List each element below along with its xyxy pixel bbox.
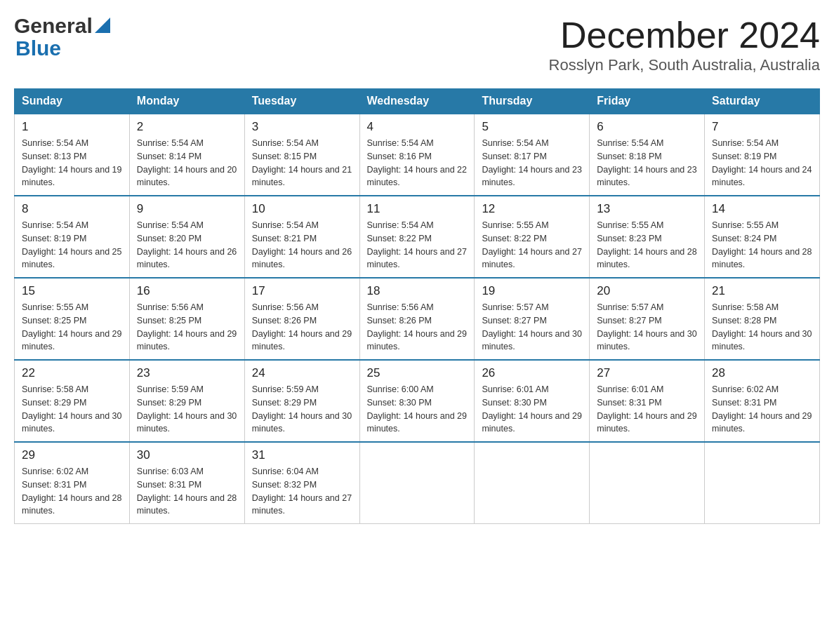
day-cell-18: 18Sunrise: 5:56 AMSunset: 8:26 PMDayligh… xyxy=(359,278,475,360)
logo-general-text: General xyxy=(14,14,93,38)
logo: General Blue xyxy=(14,14,110,60)
day-info: Sunrise: 5:54 AMSunset: 8:17 PMDaylight:… xyxy=(482,137,582,189)
day-info: Sunrise: 5:54 AMSunset: 8:18 PMDaylight:… xyxy=(597,137,697,189)
day-number: 25 xyxy=(367,366,468,380)
day-info: Sunrise: 5:54 AMSunset: 8:19 PMDaylight:… xyxy=(22,219,122,271)
day-number: 3 xyxy=(252,120,352,134)
day-cell-23: 23Sunrise: 5:59 AMSunset: 8:29 PMDayligh… xyxy=(129,360,244,442)
day-cell-28: 28Sunrise: 6:02 AMSunset: 8:31 PMDayligh… xyxy=(705,360,820,442)
day-info: Sunrise: 5:56 AMSunset: 8:26 PMDaylight:… xyxy=(367,301,468,354)
day-info: Sunrise: 5:56 AMSunset: 8:25 PMDaylight:… xyxy=(137,301,237,354)
day-info: Sunrise: 6:02 AMSunset: 8:31 PMDaylight:… xyxy=(712,383,812,436)
svg-marker-0 xyxy=(95,18,110,33)
day-cell-27: 27Sunrise: 6:01 AMSunset: 8:31 PMDayligh… xyxy=(590,360,705,442)
day-number: 17 xyxy=(252,284,352,298)
empty-day-cell xyxy=(705,442,820,524)
calendar-header-row: SundayMondayTuesdayWednesdayThursdayFrid… xyxy=(15,89,820,114)
weekday-header-sunday: Sunday xyxy=(15,89,130,114)
day-info: Sunrise: 5:59 AMSunset: 8:29 PMDaylight:… xyxy=(137,383,237,436)
day-info: Sunrise: 5:56 AMSunset: 8:26 PMDaylight:… xyxy=(252,301,352,354)
day-info: Sunrise: 5:54 AMSunset: 8:21 PMDaylight:… xyxy=(252,219,352,271)
day-cell-5: 5Sunrise: 5:54 AMSunset: 8:17 PMDaylight… xyxy=(475,114,590,196)
day-cell-21: 21Sunrise: 5:58 AMSunset: 8:28 PMDayligh… xyxy=(705,278,820,360)
day-number: 28 xyxy=(712,366,812,380)
day-number: 18 xyxy=(367,284,468,298)
day-number: 29 xyxy=(22,448,122,462)
logo-blue-text: Blue xyxy=(15,36,61,60)
day-info: Sunrise: 5:54 AMSunset: 8:22 PMDaylight:… xyxy=(367,219,468,271)
day-info: Sunrise: 6:00 AMSunset: 8:30 PMDaylight:… xyxy=(367,383,468,436)
logo-triangle-icon xyxy=(95,18,110,33)
day-info: Sunrise: 6:04 AMSunset: 8:32 PMDaylight:… xyxy=(252,465,352,518)
day-info: Sunrise: 5:55 AMSunset: 8:22 PMDaylight:… xyxy=(482,219,582,271)
day-cell-3: 3Sunrise: 5:54 AMSunset: 8:15 PMDaylight… xyxy=(244,114,359,196)
day-cell-15: 15Sunrise: 5:55 AMSunset: 8:25 PMDayligh… xyxy=(15,278,130,360)
day-number: 5 xyxy=(482,120,582,134)
day-number: 9 xyxy=(137,202,237,216)
day-info: Sunrise: 5:55 AMSunset: 8:24 PMDaylight:… xyxy=(712,219,812,271)
day-info: Sunrise: 5:57 AMSunset: 8:27 PMDaylight:… xyxy=(597,301,697,354)
day-cell-1: 1Sunrise: 5:54 AMSunset: 8:13 PMDaylight… xyxy=(15,114,130,196)
day-cell-10: 10Sunrise: 5:54 AMSunset: 8:21 PMDayligh… xyxy=(244,196,359,278)
weekday-header-tuesday: Tuesday xyxy=(244,89,359,114)
day-info: Sunrise: 5:58 AMSunset: 8:29 PMDaylight:… xyxy=(22,383,122,436)
day-info: Sunrise: 6:02 AMSunset: 8:31 PMDaylight:… xyxy=(22,465,122,518)
day-cell-2: 2Sunrise: 5:54 AMSunset: 8:14 PMDaylight… xyxy=(129,114,244,196)
day-number: 31 xyxy=(252,448,352,462)
day-cell-20: 20Sunrise: 5:57 AMSunset: 8:27 PMDayligh… xyxy=(590,278,705,360)
day-number: 22 xyxy=(22,366,122,380)
day-info: Sunrise: 5:54 AMSunset: 8:13 PMDaylight:… xyxy=(22,137,122,189)
day-number: 13 xyxy=(597,202,697,216)
day-cell-13: 13Sunrise: 5:55 AMSunset: 8:23 PMDayligh… xyxy=(590,196,705,278)
day-info: Sunrise: 6:01 AMSunset: 8:31 PMDaylight:… xyxy=(597,383,697,436)
day-cell-29: 29Sunrise: 6:02 AMSunset: 8:31 PMDayligh… xyxy=(15,442,130,524)
day-info: Sunrise: 5:54 AMSunset: 8:20 PMDaylight:… xyxy=(137,219,237,271)
day-number: 8 xyxy=(22,202,122,216)
day-cell-17: 17Sunrise: 5:56 AMSunset: 8:26 PMDayligh… xyxy=(244,278,359,360)
title-block: December 2024 Rosslyn Park, South Austra… xyxy=(549,14,820,74)
month-year-title: December 2024 xyxy=(549,14,820,56)
calendar-week-row: 29Sunrise: 6:02 AMSunset: 8:31 PMDayligh… xyxy=(15,442,820,524)
day-number: 11 xyxy=(367,202,468,216)
day-number: 26 xyxy=(482,366,582,380)
day-cell-19: 19Sunrise: 5:57 AMSunset: 8:27 PMDayligh… xyxy=(475,278,590,360)
day-info: Sunrise: 6:03 AMSunset: 8:31 PMDaylight:… xyxy=(137,465,237,518)
day-cell-30: 30Sunrise: 6:03 AMSunset: 8:31 PMDayligh… xyxy=(129,442,244,524)
day-number: 4 xyxy=(367,120,468,134)
day-info: Sunrise: 5:54 AMSunset: 8:15 PMDaylight:… xyxy=(252,137,352,189)
day-number: 20 xyxy=(597,284,697,298)
day-number: 23 xyxy=(137,366,237,380)
empty-day-cell xyxy=(475,442,590,524)
day-info: Sunrise: 5:54 AMSunset: 8:14 PMDaylight:… xyxy=(137,137,237,189)
day-cell-25: 25Sunrise: 6:00 AMSunset: 8:30 PMDayligh… xyxy=(359,360,475,442)
day-cell-26: 26Sunrise: 6:01 AMSunset: 8:30 PMDayligh… xyxy=(475,360,590,442)
day-cell-9: 9Sunrise: 5:54 AMSunset: 8:20 PMDaylight… xyxy=(129,196,244,278)
empty-day-cell xyxy=(359,442,475,524)
weekday-header-friday: Friday xyxy=(590,89,705,114)
page-header: General Blue December 2024 Rosslyn Park,… xyxy=(14,14,820,74)
day-number: 30 xyxy=(137,448,237,462)
day-info: Sunrise: 5:55 AMSunset: 8:23 PMDaylight:… xyxy=(597,219,697,271)
day-cell-6: 6Sunrise: 5:54 AMSunset: 8:18 PMDaylight… xyxy=(590,114,705,196)
day-number: 7 xyxy=(712,120,812,134)
weekday-header-saturday: Saturday xyxy=(705,89,820,114)
calendar-week-row: 1Sunrise: 5:54 AMSunset: 8:13 PMDaylight… xyxy=(15,114,820,196)
day-cell-7: 7Sunrise: 5:54 AMSunset: 8:19 PMDaylight… xyxy=(705,114,820,196)
day-number: 21 xyxy=(712,284,812,298)
calendar-week-row: 22Sunrise: 5:58 AMSunset: 8:29 PMDayligh… xyxy=(15,360,820,442)
day-cell-31: 31Sunrise: 6:04 AMSunset: 8:32 PMDayligh… xyxy=(244,442,359,524)
day-number: 19 xyxy=(482,284,582,298)
day-cell-14: 14Sunrise: 5:55 AMSunset: 8:24 PMDayligh… xyxy=(705,196,820,278)
day-number: 6 xyxy=(597,120,697,134)
day-number: 24 xyxy=(252,366,352,380)
day-info: Sunrise: 5:57 AMSunset: 8:27 PMDaylight:… xyxy=(482,301,582,354)
day-cell-8: 8Sunrise: 5:54 AMSunset: 8:19 PMDaylight… xyxy=(15,196,130,278)
weekday-header-wednesday: Wednesday xyxy=(359,89,475,114)
day-info: Sunrise: 5:54 AMSunset: 8:16 PMDaylight:… xyxy=(367,137,468,189)
day-info: Sunrise: 5:58 AMSunset: 8:28 PMDaylight:… xyxy=(712,301,812,354)
empty-day-cell xyxy=(590,442,705,524)
weekday-header-thursday: Thursday xyxy=(475,89,590,114)
day-number: 12 xyxy=(482,202,582,216)
day-number: 14 xyxy=(712,202,812,216)
day-info: Sunrise: 5:55 AMSunset: 8:25 PMDaylight:… xyxy=(22,301,122,354)
